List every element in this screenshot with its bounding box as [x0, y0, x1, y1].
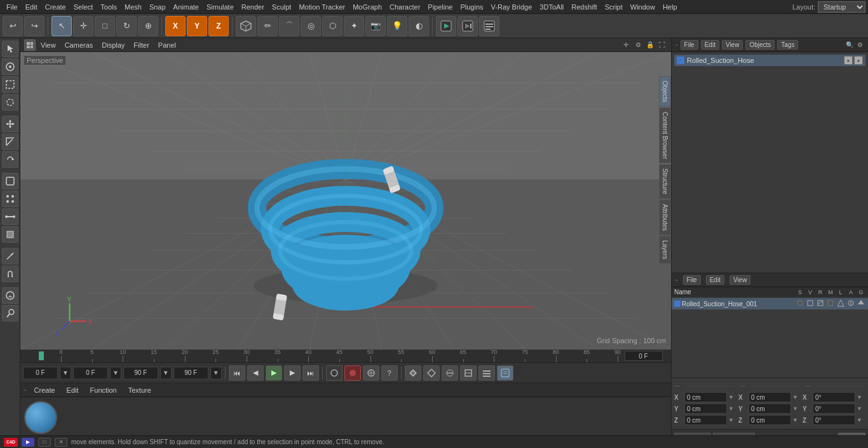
pen-tool-button[interactable]: ✏: [257, 16, 278, 36]
preview-start-arrow[interactable]: ▼: [160, 367, 172, 379]
obj-visibility-editor-btn[interactable]: ●: [844, 56, 853, 65]
goto-end-button[interactable]: ⏭: [302, 365, 319, 381]
menu-vray[interactable]: V-Ray Bridge: [487, 2, 536, 12]
vp-menu-view[interactable]: View: [37, 40, 60, 50]
y-rot-input[interactable]: [749, 404, 791, 414]
menu-snap[interactable]: Snap: [146, 2, 170, 12]
vp-menu-panel[interactable]: Panel: [154, 40, 180, 50]
vp-menu-display[interactable]: Display: [98, 40, 128, 50]
status-icon-1[interactable]: ▶: [22, 438, 34, 447]
start-frame-arrow[interactable]: ▼: [60, 367, 71, 379]
obj-tags-menu[interactable]: Tags: [777, 40, 798, 50]
rotate-tool-button[interactable]: ↻: [116, 16, 137, 36]
sidebar-rotate-btn[interactable]: [2, 151, 18, 168]
scale-tool-button[interactable]: □: [95, 16, 115, 36]
start-frame-input[interactable]: [23, 367, 58, 379]
deform-tool-button[interactable]: ⬡: [322, 16, 342, 36]
menu-simulate[interactable]: Simulate: [203, 2, 238, 12]
x-scale-input[interactable]: [813, 392, 855, 402]
sidebar-edges-btn[interactable]: [2, 208, 18, 225]
select-tool-button[interactable]: ↖: [51, 16, 72, 36]
menu-animate[interactable]: Animate: [170, 2, 203, 12]
render-active-button[interactable]: [458, 16, 478, 36]
attr-file-menu[interactable]: File: [683, 275, 701, 285]
z-pos-input[interactable]: [684, 415, 727, 425]
y-pos-input[interactable]: [684, 404, 727, 414]
render-queue-button[interactable]: [479, 16, 499, 36]
display-tool-button[interactable]: ◐: [409, 16, 429, 36]
add-keyframe-button[interactable]: [405, 365, 421, 381]
sidebar-translate-btn[interactable]: [2, 116, 18, 132]
vp-crosshair-icon[interactable]: ✛: [621, 40, 631, 50]
x-rot-input[interactable]: [749, 392, 791, 402]
menu-help[interactable]: Help: [659, 2, 681, 12]
row-col-m[interactable]: [826, 299, 835, 308]
x-pos-input[interactable]: [684, 392, 727, 402]
menu-script[interactable]: Script: [601, 2, 627, 12]
object-item-hose[interactable]: Rolled_Suction_Hose ● ●: [674, 55, 865, 66]
z-scale-input[interactable]: [813, 415, 855, 425]
record-button[interactable]: [326, 365, 342, 381]
row-col-l[interactable]: [836, 299, 845, 308]
preview-start-input[interactable]: [123, 367, 158, 379]
sidebar-points-btn[interactable]: [2, 191, 18, 207]
attr-edit-menu[interactable]: Edit: [706, 275, 724, 285]
timeline-options-button[interactable]: [478, 365, 495, 381]
nurbs-tool-button[interactable]: ◎: [301, 16, 321, 36]
sidebar-scale-btn[interactable]: [2, 133, 18, 150]
vp-fullscreen-icon[interactable]: ⛶: [657, 40, 667, 50]
menu-create[interactable]: Create: [41, 2, 70, 12]
sidebar-model-btn[interactable]: [2, 173, 18, 189]
mat-create-menu[interactable]: Create: [31, 385, 59, 395]
preview-end-arrow[interactable]: ▼: [210, 367, 222, 379]
spline-tool-button[interactable]: ⌒: [279, 16, 299, 36]
viewport-3d[interactable]: X Y Z: [20, 52, 671, 350]
vtab-content-browser[interactable]: Content Browser: [659, 107, 671, 163]
end-frame-input[interactable]: [73, 367, 108, 379]
select-keyframe-button[interactable]: [423, 365, 440, 381]
vp-settings-icon[interactable]: ⚙: [633, 40, 643, 50]
sidebar-magnet-btn[interactable]: [2, 266, 18, 282]
obj-settings-icon[interactable]: ⚙: [855, 41, 864, 50]
key-select-button[interactable]: [460, 365, 477, 381]
vtab-attributes[interactable]: Attributes: [659, 200, 671, 235]
timeline-track[interactable]: 051015202530354045505560657075808590: [61, 350, 618, 362]
vp-menu-filter[interactable]: Filter: [130, 40, 153, 50]
x-axis-button[interactable]: X: [165, 16, 186, 36]
status-icon-2[interactable]: □: [38, 438, 51, 447]
prev-frame-button[interactable]: ◀: [247, 365, 264, 381]
sidebar-polys-btn[interactable]: [2, 226, 18, 243]
vp-menu-cameras[interactable]: Cameras: [61, 40, 97, 50]
obj-objects-menu[interactable]: Objects: [745, 40, 775, 50]
menu-pipeline[interactable]: Pipeline: [424, 2, 456, 12]
menu-select[interactable]: Select: [70, 2, 97, 12]
z-axis-button[interactable]: Z: [208, 16, 229, 36]
motion-record-button[interactable]: [344, 365, 361, 381]
menu-character[interactable]: Character: [386, 2, 424, 12]
render-view-button[interactable]: [436, 16, 456, 36]
scene-tool-button[interactable]: ✦: [344, 16, 364, 36]
end-frame-arrow[interactable]: ▼: [110, 367, 121, 379]
menu-mesh[interactable]: Mesh: [121, 2, 146, 12]
auto-keyframe-button[interactable]: [363, 365, 379, 381]
vtab-objects[interactable]: Objects: [659, 76, 671, 107]
obj-search-icon[interactable]: 🔍: [845, 41, 854, 50]
status-icon-3[interactable]: ✕: [55, 438, 67, 447]
row-col-s[interactable]: [796, 299, 804, 308]
sidebar-sculpt-btn[interactable]: [2, 287, 18, 304]
menu-sculpt[interactable]: Sculpt: [268, 2, 295, 12]
play-button[interactable]: ▶: [266, 365, 282, 381]
menu-render[interactable]: Render: [238, 2, 268, 12]
camera-tool-button[interactable]: 📷: [365, 16, 386, 36]
obj-table-row[interactable]: Rolled_Suction_Hose_001: [672, 298, 868, 309]
row-col-v[interactable]: [806, 299, 815, 308]
sidebar-live-select-btn[interactable]: [2, 58, 18, 75]
sidebar-select-btn[interactable]: [2, 41, 18, 57]
attr-view-menu[interactable]: View: [729, 275, 751, 285]
keyframe-help-button[interactable]: ?: [381, 365, 398, 381]
menu-tools[interactable]: Tools: [97, 2, 121, 12]
y-axis-button[interactable]: Y: [187, 16, 207, 36]
layout-dropdown[interactable]: Startup Standard Modeling: [818, 1, 865, 13]
keyframe-move-button[interactable]: [442, 365, 458, 381]
vtab-structure[interactable]: Structure: [659, 164, 671, 199]
